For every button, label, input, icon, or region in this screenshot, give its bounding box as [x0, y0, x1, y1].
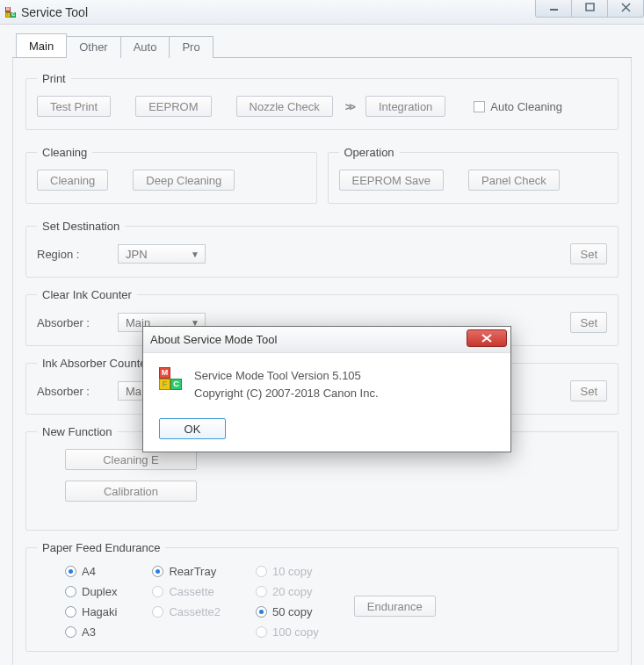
about-close-button[interactable]: [467, 329, 507, 347]
legend-set-destination: Set Destination: [37, 220, 125, 233]
paper-size-radios: A4 Duplex Hagaki A3: [65, 565, 117, 639]
radio-reartray[interactable]: RearTray: [152, 565, 221, 578]
legend-clear-ink: Clear Ink Counter: [37, 288, 137, 301]
about-title: About Service Mode Tool: [150, 333, 277, 346]
radio-cassette[interactable]: Cassette: [152, 585, 221, 598]
window-title: Service Tool: [21, 5, 88, 19]
tab-other[interactable]: Other: [66, 36, 121, 58]
about-text: Service Mode Tool Version 5.105 Copyrigh…: [194, 367, 379, 402]
group-operation: Operation EEPROM Save Panel Check: [328, 146, 619, 204]
legend-print: Print: [37, 72, 71, 85]
radio-20copy[interactable]: 20 copy: [256, 585, 319, 598]
tabstrip: Main Other Auto Pro: [12, 33, 632, 58]
svg-rect-1: [586, 4, 594, 11]
ink-absorber-set-button[interactable]: Set: [570, 380, 607, 401]
absorber-label-1: Absorber :: [37, 316, 105, 329]
region-label: Region :: [37, 248, 105, 261]
about-line1: Service Mode Tool Version 5.105: [194, 367, 379, 385]
radio-a3[interactable]: A3: [65, 625, 117, 639]
radio-hagaki[interactable]: Hagaki: [65, 605, 117, 618]
legend-paper-feed: Paper Feed Endurance: [37, 541, 165, 554]
cleaning-button[interactable]: Cleaning: [37, 170, 108, 191]
integration-button[interactable]: Integration: [365, 96, 445, 117]
about-dialog: About Service Mode Tool M FC Service Mod…: [142, 326, 511, 452]
group-cleaning: Cleaning Cleaning Deep Cleaning: [25, 146, 317, 204]
legend-operation: Operation: [339, 146, 400, 159]
arrows-icon: >>: [345, 100, 353, 113]
radio-50copy[interactable]: 50 copy: [256, 605, 319, 618]
close-button[interactable]: [607, 0, 644, 18]
group-paper-feed: Paper Feed Endurance A4 Duplex Hagaki A3…: [25, 541, 619, 652]
about-titlebar: About Service Mode Tool: [143, 327, 510, 353]
ink-absorber-value: Ma: [126, 385, 141, 398]
test-print-button[interactable]: Test Print: [37, 96, 111, 117]
window-buttons: [536, 0, 644, 18]
copies-radios: 10 copy 20 copy 50 copy 100 copy: [256, 565, 319, 639]
deep-cleaning-button[interactable]: Deep Cleaning: [133, 170, 235, 191]
calibration-button[interactable]: Calibration: [65, 481, 197, 502]
region-select[interactable]: JPN ▼: [118, 244, 206, 264]
app-window: M FC Service Tool Main Other Auto Pro Pr…: [0, 0, 644, 665]
maximize-button[interactable]: [571, 0, 608, 18]
about-line2: Copyright (C) 2007-2018 Canon Inc.: [194, 385, 379, 402]
about-ok-button[interactable]: OK: [159, 418, 226, 439]
tab-pro[interactable]: Pro: [169, 36, 213, 58]
group-set-destination: Set Destination Region : JPN ▼ Set: [25, 220, 619, 278]
clear-ink-set-button[interactable]: Set: [570, 312, 607, 333]
minimize-button[interactable]: [535, 0, 572, 18]
auto-cleaning-checkbox[interactable]: Auto Cleaning: [474, 100, 562, 113]
about-body: M FC Service Mode Tool Version 5.105 Cop…: [143, 353, 510, 452]
checkbox-box: [474, 101, 485, 112]
radio-cassette2[interactable]: Cassette2: [152, 605, 221, 618]
radio-100copy[interactable]: 100 copy: [256, 625, 319, 639]
tab-main[interactable]: Main: [16, 33, 67, 57]
auto-cleaning-label: Auto Cleaning: [490, 100, 562, 113]
radio-a4[interactable]: A4: [65, 565, 117, 578]
set-destination-set-button[interactable]: Set: [570, 243, 607, 264]
legend-new-function: New Function: [37, 425, 117, 438]
about-icon: M FC: [159, 367, 182, 390]
titlebar: M FC Service Tool: [0, 0, 644, 25]
radio-10copy[interactable]: 10 copy: [256, 565, 319, 578]
eeprom-button[interactable]: EEPROM: [135, 96, 211, 117]
panel-check-button[interactable]: Panel Check: [468, 170, 560, 191]
endurance-button[interactable]: Endurance: [354, 596, 436, 617]
nozzle-check-button[interactable]: Nozzle Check: [236, 96, 333, 117]
tab-auto[interactable]: Auto: [120, 36, 170, 58]
legend-ink-absorber: Ink Absorber Counter: [37, 357, 156, 370]
eeprom-save-button[interactable]: EEPROM Save: [339, 170, 445, 191]
app-icon: M FC: [5, 7, 16, 18]
tray-radios: RearTray Cassette Cassette2: [152, 565, 221, 618]
group-print: Print Test Print EEPROM Nozzle Check >> …: [25, 72, 619, 130]
legend-cleaning: Cleaning: [37, 146, 92, 159]
absorber-label-2: Absorber :: [37, 385, 105, 398]
chevron-down-icon: ▼: [191, 249, 199, 259]
radio-duplex[interactable]: Duplex: [65, 585, 117, 598]
region-value: JPN: [126, 248, 148, 261]
